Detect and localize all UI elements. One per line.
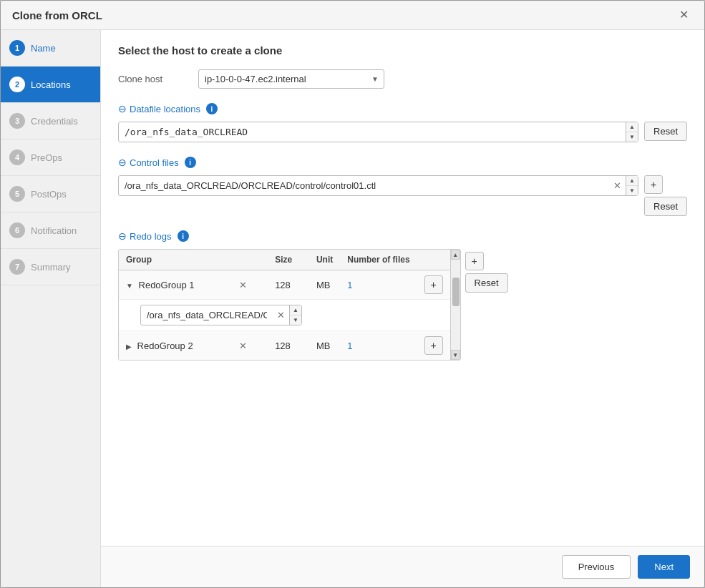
redo-actions: + Reset: [461, 249, 508, 295]
sidebar-item-notification: 6 Notification: [1, 212, 100, 249]
control-files-row: ✕ ▲ ▼ + Reset: [118, 175, 687, 216]
redo-file-input-wrap: ✕ ▲ ▼: [140, 305, 302, 325]
group-name-cell: ▼ RedoGroup 1: [119, 270, 228, 300]
file-scroll-down-btn[interactable]: ▼: [290, 315, 301, 325]
sidebar-item-locations[interactable]: 2 Locations: [1, 67, 100, 103]
datafile-header: ⊖ Datafile locations i: [118, 103, 687, 114]
modal-body: 1 Name 2 Locations 3 Credentials 4 PreOp…: [1, 30, 704, 587]
sidebar-label-postops: PostOps: [31, 189, 67, 200]
sidebar-item-credentials: 3 Credentials: [1, 103, 100, 139]
close-button[interactable]: ✕: [675, 8, 693, 22]
control-files-label: Control files: [130, 157, 179, 168]
control-scroll-btns: ▲ ▼: [626, 176, 638, 195]
section-title: Select the host to create a clone: [118, 44, 687, 57]
file-scroll-btns: ▲ ▼: [289, 305, 301, 325]
sidebar-item-name[interactable]: 1 Name: [1, 30, 100, 67]
redo-logs-collapse-link[interactable]: ⊖ Redo logs: [118, 230, 172, 242]
control-file-row-1: ✕ ▲ ▼: [118, 175, 638, 196]
remove-group1-btn[interactable]: ✕: [235, 278, 251, 293]
redo-scroll-track: [451, 260, 460, 350]
datafile-section: ⊖ Datafile locations i /ora_nfs_data_ORC…: [118, 103, 687, 142]
control-files-section: ⊖ Control files i ✕: [118, 157, 687, 216]
file-scroll-up-btn[interactable]: ▲: [290, 305, 301, 315]
info-icon-redo[interactable]: i: [178, 230, 189, 242]
group2-remove-cell: ✕: [228, 331, 268, 361]
modal-footer: Previous Next: [101, 546, 704, 587]
redo-reset-btn[interactable]: Reset: [465, 273, 508, 293]
datafile-input-wrap: /ora_nfs_data_ORCLREAD ▲ ▼: [118, 122, 638, 142]
control-scroll-up-btn[interactable]: ▲: [626, 176, 638, 186]
scroll-down-btn[interactable]: ▼: [626, 132, 638, 142]
step-number-7: 7: [9, 259, 25, 275]
control-files-collapse-link[interactable]: ⊖ Control files: [118, 157, 179, 168]
group1-files-link[interactable]: 1: [347, 280, 352, 290]
sidebar-item-summary: 7 Summary: [1, 249, 100, 285]
datafile-input[interactable]: /ora_nfs_data_ORCLREAD: [119, 122, 626, 142]
step-number-2: 2: [9, 77, 25, 92]
table-row: ✕ ▲ ▼: [119, 300, 450, 331]
redo-table: Group Size Unit Number of files: [119, 250, 450, 360]
datafile-collapse-link[interactable]: ⊖ Datafile locations: [118, 103, 200, 114]
scroll-up-btn[interactable]: ▲: [626, 122, 638, 132]
redo-file-input[interactable]: [141, 305, 273, 325]
file-unit-cell: [309, 300, 340, 331]
info-icon-datafile[interactable]: i: [206, 103, 218, 114]
control-file-input[interactable]: [119, 176, 609, 195]
datafile-reset-btn[interactable]: Reset: [644, 122, 687, 141]
group-size-cell: 128: [268, 270, 309, 300]
sidebar-label-name: Name: [31, 43, 56, 54]
redo-outer: Group Size Unit Number of files: [118, 249, 687, 361]
clone-host-select-wrapper: ip-10-0-0-47.ec2.internal ▼: [198, 69, 384, 89]
col-size: Size: [268, 250, 309, 270]
modal-header: Clone from ORCL ✕: [1, 1, 704, 30]
redo-table-header-row: Group Size Unit Number of files: [119, 250, 450, 270]
col-add: [417, 250, 450, 270]
datafile-scroll-btns: ▲ ▼: [626, 122, 638, 142]
step-number-5: 5: [9, 186, 25, 202]
sidebar-label-preops: PreOps: [31, 152, 62, 163]
collapse-arrow-icon[interactable]: ▼: [126, 282, 133, 290]
group-remove-cell: ✕: [228, 270, 268, 300]
control-input-wrap: ✕ ▲ ▼: [118, 175, 638, 196]
redo-scroll-down-arrow[interactable]: ▼: [451, 350, 460, 360]
minus-circle-icon-redo: ⊖: [118, 230, 127, 242]
add-redolog1-btn[interactable]: +: [424, 275, 443, 294]
remove-group2-btn[interactable]: ✕: [235, 338, 251, 353]
group2-files-link[interactable]: 1: [347, 340, 352, 351]
redo-table-wrap: Group Size Unit Number of files: [118, 249, 461, 361]
table-row: ▶ RedoGroup 2 ✕ 128 MB: [119, 331, 450, 361]
info-icon-control[interactable]: i: [185, 157, 196, 168]
control-scroll-down-btn[interactable]: ▼: [626, 186, 638, 195]
redo-logs-header: ⊖ Redo logs i: [118, 230, 687, 242]
group-unit-cell: MB: [309, 270, 340, 300]
redo-scrollbar: ▲ ▼: [450, 250, 460, 360]
expand-arrow-icon[interactable]: ▶: [126, 343, 132, 351]
step-number-3: 3: [9, 113, 25, 129]
group2-unit-cell: MB: [309, 331, 340, 361]
clone-host-select[interactable]: ip-10-0-0-47.ec2.internal: [198, 69, 384, 89]
content-area: Select the host to create a clone Clone …: [101, 30, 704, 546]
previous-button[interactable]: Previous: [562, 555, 631, 579]
clone-host-label: Clone host: [118, 74, 190, 84]
col-group: Group: [119, 250, 228, 270]
datafile-label: Datafile locations: [130, 104, 200, 114]
remove-control-file-btn[interactable]: ✕: [609, 178, 626, 193]
control-reset-btn[interactable]: Reset: [644, 197, 687, 216]
clone-host-row: Clone host ip-10-0-0-47.ec2.internal ▼: [118, 69, 687, 89]
col-num-files: Number of files: [340, 250, 417, 270]
add-control-file-btn[interactable]: +: [644, 175, 663, 194]
remove-file-btn[interactable]: ✕: [273, 308, 289, 323]
group2-files-cell: 1: [340, 331, 417, 361]
file-path-cell: ✕ ▲ ▼: [119, 300, 309, 331]
step-number-6: 6: [9, 222, 25, 238]
group2-add-cell: +: [417, 331, 450, 361]
modal-container: Clone from ORCL ✕ 1 Name 2 Locations 3 C…: [0, 0, 705, 588]
add-redo-group-btn[interactable]: +: [465, 252, 484, 270]
sidebar-label-summary: Summary: [31, 262, 71, 273]
add-redolog2-btn[interactable]: +: [424, 336, 443, 355]
minus-circle-icon-control: ⊖: [118, 157, 127, 168]
redo-scroll-up-arrow[interactable]: ▲: [451, 250, 460, 260]
sidebar-item-preops: 4 PreOps: [1, 139, 100, 176]
next-button[interactable]: Next: [638, 555, 690, 579]
main-content: Select the host to create a clone Clone …: [101, 30, 704, 587]
